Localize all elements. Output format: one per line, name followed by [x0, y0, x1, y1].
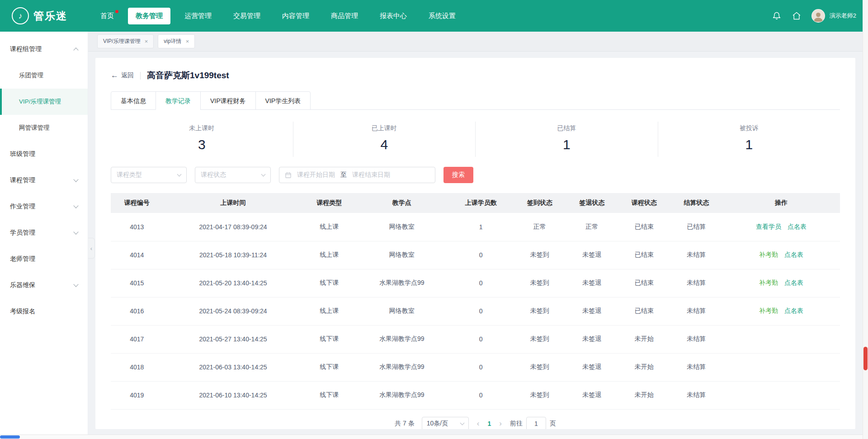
nav-item-goods[interactable]: 商品管理 [323, 8, 366, 24]
sidebar-item-course-group[interactable]: 课程组管理 [0, 36, 88, 62]
table-row: 40172021-05-27 13:40-14:25线下课水果湖教学点990未签… [111, 325, 840, 353]
action-view-students[interactable]: 查看学员 [756, 223, 781, 230]
column-header: 上课学员数 [448, 193, 513, 213]
tab-teaching-record[interactable]: 教学记录 [156, 91, 201, 110]
sidebar-collapse-handle[interactable]: ‹ [88, 238, 95, 259]
stat-complained: 被投诉1 [658, 122, 840, 157]
sidebar-item-class[interactable]: 班级管理 [0, 141, 88, 167]
sidebar-item-teacher[interactable]: 老师管理 [0, 246, 88, 272]
sidebar-item-orchestra[interactable]: 乐团管理 [0, 62, 88, 89]
tab-vip-students[interactable]: VIP学生列表 [255, 91, 311, 110]
stats-row: 未上课时3已上课时4已结算1被投诉1 [111, 122, 840, 157]
course-type-select[interactable]: 课程类型 [111, 167, 187, 183]
cell-checkout: 未签退 [566, 297, 618, 325]
next-page-button[interactable]: › [498, 419, 503, 428]
sidebar-item-student[interactable]: 学员管理 [0, 220, 88, 246]
user-name[interactable]: 演示老师2 [830, 12, 856, 20]
cell-settle: 未结算 [670, 269, 722, 297]
sidebar-item-online-admin-course[interactable]: 网管课管理 [0, 115, 88, 141]
goto-page-input[interactable] [526, 417, 546, 430]
nav-item-operations[interactable]: 运营管理 [177, 8, 219, 24]
table-row: 40152021-05-20 13:40-14:25线下课水果湖教学点990未签… [111, 269, 840, 297]
chevron-down-icon [177, 172, 182, 177]
back-arrow-icon: ← [111, 71, 118, 80]
column-header: 课程状态 [618, 193, 670, 213]
date-range-picker[interactable]: 课程开始日期 至 课程结束日期 [279, 167, 435, 183]
action-makeup-attendance[interactable]: 补考勤 [759, 307, 778, 314]
lessons-table: 课程编号上课时间课程类型教学点上课学员数签到状态签退状态课程状态结算状态操作 4… [111, 193, 840, 410]
open-tab-vip-theory-list[interactable]: VIP/乐理课管理× [97, 34, 154, 48]
action-roll-call[interactable]: 点名表 [788, 223, 807, 230]
nav-item-trade[interactable]: 交易管理 [226, 8, 268, 24]
sidebar-item-label: 乐团管理 [19, 71, 43, 80]
cell-location: 水果湖教学点99 [355, 381, 448, 409]
cell-status: 未开始 [618, 381, 670, 409]
search-button[interactable]: 搜索 [443, 167, 473, 183]
cell-time: 2021-05-18 10:39-11:24 [163, 241, 303, 269]
prev-page-button[interactable]: ‹ [476, 419, 481, 428]
cell-checkin: 未签到 [514, 297, 566, 325]
horizontal-scrollbar-thumb[interactable] [0, 435, 20, 439]
table-row: 40132021-04-17 08:39-09:24线上课网络教室1正常正常已结… [111, 213, 840, 241]
action-roll-call[interactable]: 点名表 [784, 251, 803, 258]
stat-value: 4 [293, 137, 476, 152]
stat-label: 已结算 [476, 124, 658, 132]
sidebar-item-instrument[interactable]: 乐器维保 [0, 272, 88, 298]
sidebar-item-exam[interactable]: 考级报名 [0, 298, 88, 325]
action-roll-call[interactable]: 点名表 [784, 279, 803, 286]
cell-status: 已结束 [618, 213, 670, 241]
nav-item-academic[interactable]: 教务管理 [128, 8, 170, 24]
action-makeup-attendance[interactable]: 补考勤 [759, 279, 778, 286]
cell-time: 2021-06-03 13:40-14:25 [163, 353, 303, 381]
nav-item-home[interactable]: 首页 [93, 8, 122, 24]
sidebar-item-label: 课程管理 [10, 176, 35, 184]
cell-time: 2021-05-20 13:40-14:25 [163, 269, 303, 297]
bell-icon[interactable] [772, 11, 782, 21]
tab-label: VIP/乐理课管理 [103, 38, 141, 45]
course-status-select[interactable]: 课程状态 [195, 167, 271, 183]
back-button[interactable]: ← 返回 [111, 71, 134, 80]
app-logo[interactable]: ♪ 管乐迷 [12, 7, 67, 24]
vertical-scrollbar[interactable] [863, 0, 868, 439]
pagination-total: 共 7 条 [395, 420, 415, 428]
close-icon[interactable]: × [186, 38, 189, 45]
vertical-scrollbar-thumb[interactable] [863, 347, 868, 370]
goto-label: 前往 [510, 420, 523, 428]
current-page[interactable]: 1 [487, 420, 491, 427]
open-tab-vip-detail[interactable]: vip详情× [158, 34, 195, 48]
sidebar-item-label: 网管课管理 [19, 124, 50, 132]
cell-actions [722, 381, 840, 409]
action-roll-call[interactable]: 点名表 [784, 307, 803, 314]
nav-item-reports[interactable]: 报表中心 [372, 8, 415, 24]
tab-basic-info[interactable]: 基本信息 [111, 91, 156, 110]
sidebar-item-label: 作业管理 [10, 203, 35, 211]
cell-id: 4017 [111, 325, 163, 353]
cell-type: 线下课 [303, 325, 355, 353]
sidebar-item-label: VIP/乐理课管理 [19, 98, 61, 106]
home-icon[interactable] [792, 11, 802, 21]
chevron-down-icon [261, 172, 266, 177]
chevron-down-icon [73, 203, 78, 208]
table-row: 40182021-06-03 13:40-14:25线下课水果湖教学点990未签… [111, 353, 840, 381]
sidebar-item-homework[interactable]: 作业管理 [0, 194, 88, 220]
sidebar-item-vip-theory[interactable]: VIP/乐理课管理 [0, 89, 88, 115]
tab-vip-finance[interactable]: VIP课程财务 [200, 91, 256, 110]
back-label: 返回 [121, 71, 134, 80]
page-size-select[interactable]: 10条/页 [422, 417, 469, 430]
close-icon[interactable]: × [145, 38, 148, 45]
nav-item-system[interactable]: 系统设置 [421, 8, 463, 24]
chevron-down-icon [73, 229, 78, 234]
cell-status: 已结束 [618, 269, 670, 297]
cell-checkin: 未签到 [514, 241, 566, 269]
cell-id: 4015 [111, 269, 163, 297]
horizontal-scrollbar[interactable] [0, 434, 863, 439]
sidebar-item-course[interactable]: 课程管理 [0, 167, 88, 194]
cell-status: 已结束 [618, 241, 670, 269]
avatar[interactable] [811, 9, 825, 23]
nav-item-content[interactable]: 内容管理 [274, 8, 317, 24]
action-makeup-attendance[interactable]: 补考勤 [759, 251, 778, 258]
calendar-icon [285, 172, 292, 179]
stat-value: 1 [476, 137, 658, 152]
music-note-glyph: ♪ [19, 11, 23, 21]
cell-settle: 已结算 [670, 213, 722, 241]
